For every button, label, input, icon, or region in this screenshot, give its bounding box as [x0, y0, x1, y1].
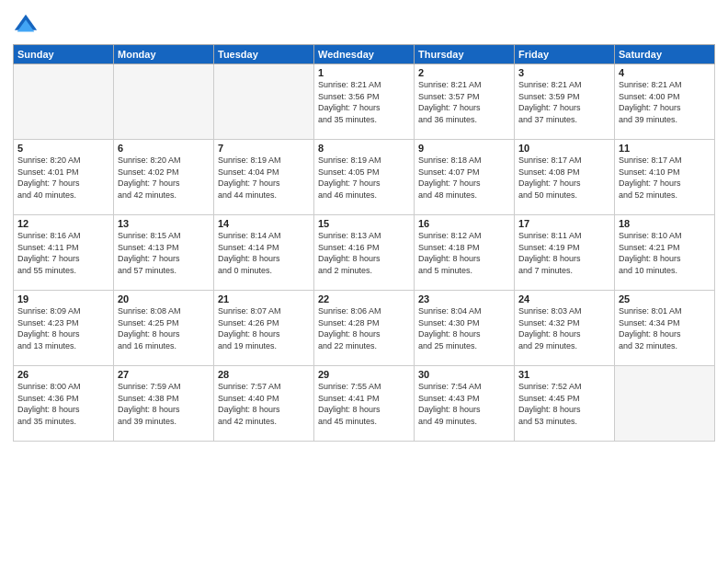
day-number: 17 — [518, 218, 610, 229]
calendar-week-1: 1Sunrise: 8:21 AM Sunset: 3:56 PM Daylig… — [14, 64, 715, 140]
day-number: 16 — [418, 218, 510, 229]
day-number: 5 — [17, 143, 109, 154]
calendar-cell: 16Sunrise: 8:12 AM Sunset: 4:18 PM Dayli… — [415, 215, 515, 291]
day-header-friday: Friday — [515, 45, 615, 64]
day-info: Sunrise: 7:52 AM Sunset: 4:45 PM Dayligh… — [518, 381, 610, 427]
day-info: Sunrise: 8:18 AM Sunset: 4:07 PM Dayligh… — [418, 155, 510, 201]
day-number: 20 — [118, 293, 210, 304]
calendar-cell: 11Sunrise: 8:17 AM Sunset: 4:10 PM Dayli… — [615, 140, 715, 215]
calendar-cell: 22Sunrise: 8:06 AM Sunset: 4:28 PM Dayli… — [314, 291, 415, 366]
calendar-cell: 23Sunrise: 8:04 AM Sunset: 4:30 PM Dayli… — [415, 291, 515, 366]
day-info: Sunrise: 8:19 AM Sunset: 4:04 PM Dayligh… — [218, 155, 310, 201]
day-number: 29 — [318, 369, 410, 380]
calendar-cell: 13Sunrise: 8:15 AM Sunset: 4:13 PM Dayli… — [114, 215, 214, 291]
calendar-cell: 18Sunrise: 8:10 AM Sunset: 4:21 PM Dayli… — [615, 215, 715, 291]
day-number: 2 — [418, 67, 510, 78]
day-info: Sunrise: 8:14 AM Sunset: 4:14 PM Dayligh… — [218, 230, 310, 276]
day-info: Sunrise: 7:59 AM Sunset: 4:38 PM Dayligh… — [118, 381, 210, 427]
day-info: Sunrise: 7:57 AM Sunset: 4:40 PM Dayligh… — [218, 381, 310, 427]
day-info: Sunrise: 7:54 AM Sunset: 4:43 PM Dayligh… — [418, 381, 510, 427]
day-info: Sunrise: 7:55 AM Sunset: 4:41 PM Dayligh… — [318, 381, 410, 427]
day-info: Sunrise: 8:00 AM Sunset: 4:36 PM Dayligh… — [17, 381, 109, 427]
day-number: 6 — [118, 143, 210, 154]
calendar-cell: 6Sunrise: 8:20 AM Sunset: 4:02 PM Daylig… — [114, 140, 214, 215]
day-info: Sunrise: 8:13 AM Sunset: 4:16 PM Dayligh… — [318, 230, 410, 276]
calendar-cell: 30Sunrise: 7:54 AM Sunset: 4:43 PM Dayli… — [415, 366, 515, 442]
day-number: 26 — [17, 369, 109, 380]
day-info: Sunrise: 8:20 AM Sunset: 4:02 PM Dayligh… — [118, 155, 210, 201]
calendar-week-2: 5Sunrise: 8:20 AM Sunset: 4:01 PM Daylig… — [14, 140, 715, 215]
day-info: Sunrise: 8:21 AM Sunset: 3:56 PM Dayligh… — [318, 79, 410, 125]
calendar-cell: 4Sunrise: 8:21 AM Sunset: 4:00 PM Daylig… — [615, 64, 715, 140]
day-info: Sunrise: 8:11 AM Sunset: 4:19 PM Dayligh… — [518, 230, 610, 276]
day-number: 27 — [118, 369, 210, 380]
day-header-sunday: Sunday — [14, 45, 114, 64]
calendar-cell: 5Sunrise: 8:20 AM Sunset: 4:01 PM Daylig… — [14, 140, 114, 215]
day-header-saturday: Saturday — [615, 45, 715, 64]
day-number: 18 — [619, 218, 711, 229]
page-container: SundayMondayTuesdayWednesdayThursdayFrid… — [0, 0, 728, 563]
day-number: 9 — [418, 143, 510, 154]
day-number: 31 — [518, 369, 610, 380]
calendar-cell: 14Sunrise: 8:14 AM Sunset: 4:14 PM Dayli… — [214, 215, 314, 291]
day-number: 7 — [218, 143, 310, 154]
calendar-cell: 3Sunrise: 8:21 AM Sunset: 3:59 PM Daylig… — [515, 64, 615, 140]
day-info: Sunrise: 8:19 AM Sunset: 4:05 PM Dayligh… — [318, 155, 410, 201]
calendar-week-3: 12Sunrise: 8:16 AM Sunset: 4:11 PM Dayli… — [14, 215, 715, 291]
day-info: Sunrise: 8:17 AM Sunset: 4:08 PM Dayligh… — [518, 155, 610, 201]
day-header-tuesday: Tuesday — [214, 45, 314, 64]
day-info: Sunrise: 8:20 AM Sunset: 4:01 PM Dayligh… — [17, 155, 109, 201]
day-header-thursday: Thursday — [415, 45, 515, 64]
calendar-table: SundayMondayTuesdayWednesdayThursdayFrid… — [13, 44, 715, 442]
calendar-cell: 8Sunrise: 8:19 AM Sunset: 4:05 PM Daylig… — [314, 140, 415, 215]
calendar-cell: 2Sunrise: 8:21 AM Sunset: 3:57 PM Daylig… — [415, 64, 515, 140]
calendar-cell: 31Sunrise: 7:52 AM Sunset: 4:45 PM Dayli… — [515, 366, 615, 442]
calendar-cell — [14, 64, 114, 140]
calendar-week-4: 19Sunrise: 8:09 AM Sunset: 4:23 PM Dayli… — [14, 291, 715, 366]
day-info: Sunrise: 8:01 AM Sunset: 4:34 PM Dayligh… — [619, 305, 711, 351]
day-number: 28 — [218, 369, 310, 380]
calendar-cell: 21Sunrise: 8:07 AM Sunset: 4:26 PM Dayli… — [214, 291, 314, 366]
day-info: Sunrise: 8:21 AM Sunset: 4:00 PM Dayligh… — [619, 79, 711, 125]
calendar-cell: 19Sunrise: 8:09 AM Sunset: 4:23 PM Dayli… — [14, 291, 114, 366]
calendar-cell: 7Sunrise: 8:19 AM Sunset: 4:04 PM Daylig… — [214, 140, 314, 215]
day-header-monday: Monday — [114, 45, 214, 64]
calendar-cell: 17Sunrise: 8:11 AM Sunset: 4:19 PM Dayli… — [515, 215, 615, 291]
day-number: 30 — [418, 369, 510, 380]
logo-icon — [13, 13, 39, 39]
calendar-cell: 24Sunrise: 8:03 AM Sunset: 4:32 PM Dayli… — [515, 291, 615, 366]
day-number: 3 — [518, 67, 610, 78]
calendar-cell: 27Sunrise: 7:59 AM Sunset: 4:38 PM Dayli… — [114, 366, 214, 442]
day-info: Sunrise: 8:17 AM Sunset: 4:10 PM Dayligh… — [619, 155, 711, 201]
calendar-cell: 28Sunrise: 7:57 AM Sunset: 4:40 PM Dayli… — [214, 366, 314, 442]
day-info: Sunrise: 8:03 AM Sunset: 4:32 PM Dayligh… — [518, 305, 610, 351]
day-info: Sunrise: 8:06 AM Sunset: 4:28 PM Dayligh… — [318, 305, 410, 351]
day-info: Sunrise: 8:04 AM Sunset: 4:30 PM Dayligh… — [418, 305, 510, 351]
day-number: 13 — [118, 218, 210, 229]
day-number: 4 — [619, 67, 711, 78]
day-number: 22 — [318, 293, 410, 304]
calendar-cell: 10Sunrise: 8:17 AM Sunset: 4:08 PM Dayli… — [515, 140, 615, 215]
header — [13, 9, 715, 39]
day-info: Sunrise: 8:10 AM Sunset: 4:21 PM Dayligh… — [619, 230, 711, 276]
calendar-cell: 9Sunrise: 8:18 AM Sunset: 4:07 PM Daylig… — [415, 140, 515, 215]
day-info: Sunrise: 8:09 AM Sunset: 4:23 PM Dayligh… — [17, 305, 109, 351]
calendar-cell: 25Sunrise: 8:01 AM Sunset: 4:34 PM Dayli… — [615, 291, 715, 366]
logo — [13, 13, 42, 39]
calendar-cell — [214, 64, 314, 140]
day-number: 21 — [218, 293, 310, 304]
calendar-cell — [615, 366, 715, 442]
calendar-cell: 29Sunrise: 7:55 AM Sunset: 4:41 PM Dayli… — [314, 366, 415, 442]
day-number: 8 — [318, 143, 410, 154]
calendar-cell: 12Sunrise: 8:16 AM Sunset: 4:11 PM Dayli… — [14, 215, 114, 291]
calendar-cell: 1Sunrise: 8:21 AM Sunset: 3:56 PM Daylig… — [314, 64, 415, 140]
calendar-week-5: 26Sunrise: 8:00 AM Sunset: 4:36 PM Dayli… — [14, 366, 715, 442]
calendar-cell: 15Sunrise: 8:13 AM Sunset: 4:16 PM Dayli… — [314, 215, 415, 291]
day-number: 1 — [318, 67, 410, 78]
day-info: Sunrise: 8:07 AM Sunset: 4:26 PM Dayligh… — [218, 305, 310, 351]
day-info: Sunrise: 8:08 AM Sunset: 4:25 PM Dayligh… — [118, 305, 210, 351]
day-number: 10 — [518, 143, 610, 154]
calendar-cell — [114, 64, 214, 140]
day-info: Sunrise: 8:21 AM Sunset: 3:57 PM Dayligh… — [418, 79, 510, 125]
day-info: Sunrise: 8:12 AM Sunset: 4:18 PM Dayligh… — [418, 230, 510, 276]
